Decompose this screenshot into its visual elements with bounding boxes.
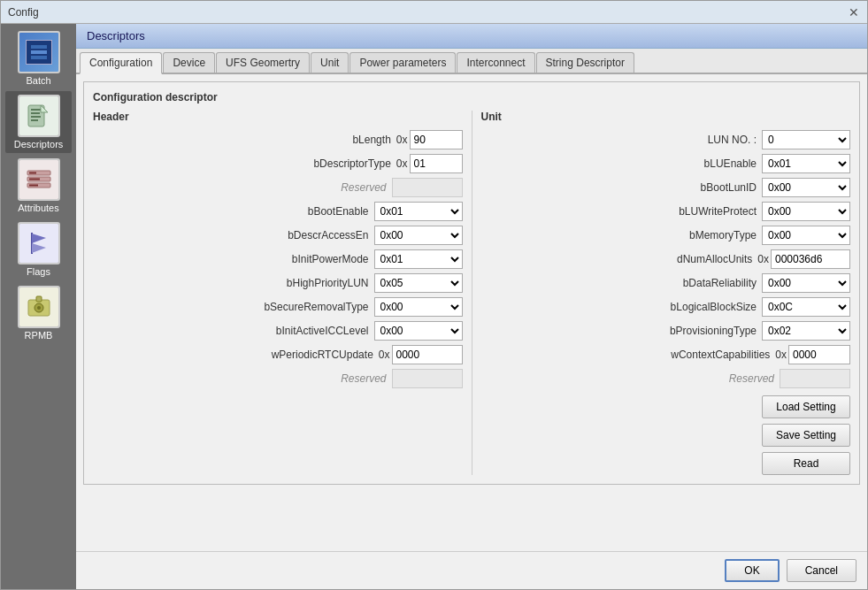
svg-rect-7: [31, 119, 38, 121]
sidebar-item-flags[interactable]: Flags: [5, 218, 72, 280]
tabs-bar: Configuration Device UFS Geomertry Unit …: [76, 49, 867, 74]
sidebar-attributes-label: Attributes: [18, 203, 58, 213]
tab-configuration[interactable]: Configuration: [80, 52, 162, 74]
blength-label: bLength: [93, 134, 396, 146]
bbootenable-label: bBootEnable: [93, 205, 374, 218]
binitactiveicc-select[interactable]: 0x00: [374, 321, 463, 341]
blogicalblocksize-label: bLogicalBlockSize: [481, 301, 763, 313]
sidebar-item-attributes[interactable]: Attributes: [5, 155, 72, 217]
blogicalblocksize-row: bLogicalBlockSize 0x0C: [481, 297, 851, 317]
dnumallocunits-label: dNumAllocUnits: [481, 253, 758, 265]
unit-reserved-label: Reserved: [481, 372, 780, 385]
window-title: Config: [8, 6, 39, 19]
bluenable-select[interactable]: 0x01: [762, 154, 850, 173]
load-setting-button[interactable]: Load Setting: [762, 395, 850, 418]
bprovisioningtype-row: bProvisioningType 0x02: [481, 321, 851, 341]
lun-row: LUN NO. : 0: [481, 130, 851, 149]
dnumallocunits-input[interactable]: [771, 249, 850, 269]
bluwriteprotect-select[interactable]: 0x00: [762, 202, 850, 221]
reserved-input-1: [392, 178, 463, 197]
svg-marker-16: [32, 234, 46, 243]
bhighprioritylun-select[interactable]: 0x05: [374, 273, 463, 293]
bdescriptortype-row: bDescriptorType 0x: [93, 154, 463, 173]
bdatareliability-row: bDataReliability 0x00: [481, 273, 851, 293]
unit-reserved-input: [780, 369, 850, 388]
sidebar-item-rpmb[interactable]: RPMB: [5, 282, 72, 344]
tab-unit[interactable]: Unit: [311, 52, 349, 73]
flags-icon: [18, 222, 60, 264]
save-setting-button[interactable]: Save Setting: [762, 424, 850, 447]
svg-rect-5: [31, 112, 40, 114]
svg-rect-6: [31, 116, 41, 118]
svg-rect-4: [31, 109, 42, 111]
config-descriptor-box: Configuration descriptor Header bLength …: [83, 81, 860, 485]
ok-button[interactable]: OK: [725, 559, 779, 582]
bbootlunid-select[interactable]: 0x00: [762, 178, 850, 197]
bmemorytype-row: bMemoryType 0x00: [481, 226, 851, 245]
bbootenable-row: bBootEnable 0x01: [93, 202, 463, 221]
bbootenable-select[interactable]: 0x01: [374, 202, 463, 221]
binitactiveicc-row: bInitActiveICCLevel 0x00: [93, 321, 463, 341]
tab-device[interactable]: Device: [163, 52, 215, 73]
sidebar-descriptors-label: Descriptors: [14, 139, 64, 149]
dnumallocunits-row: dNumAllocUnits 0x: [481, 249, 851, 269]
config-descriptor-title: Configuration descriptor: [93, 91, 850, 103]
binitpowermode-select[interactable]: 0x01: [374, 249, 463, 269]
tab-ufs-geometry[interactable]: UFS Geomertry: [216, 52, 310, 73]
header-section-title: Header: [93, 111, 463, 123]
sidebar: Batch Descript: [1, 24, 76, 589]
side-buttons: Load Setting Save Setting Read: [481, 395, 851, 475]
two-panel: Header bLength 0x bDescriptorType 0x: [93, 111, 850, 475]
bsecureremovaltype-label: bSecureRemovalType: [93, 301, 374, 313]
reserved-label-1: Reserved: [93, 181, 392, 194]
wcontextcapabilities-input[interactable]: [788, 345, 850, 364]
bdescriptortype-label: bDescriptorType: [93, 157, 396, 170]
sidebar-batch-label: Batch: [26, 75, 50, 86]
tab-power-parameters[interactable]: Power parameters: [350, 52, 456, 73]
reserved-row-1: Reserved: [93, 178, 463, 197]
bluenable-label: bLUEnable: [481, 157, 763, 170]
close-button[interactable]: ✕: [848, 6, 860, 19]
content-area: Configuration descriptor Header bLength …: [76, 74, 867, 551]
tab-interconnect[interactable]: Interconnect: [457, 52, 534, 73]
binitactiveicc-label: bInitActiveICCLevel: [93, 325, 374, 337]
sidebar-flags-label: Flags: [27, 266, 50, 277]
reserved-input-2: [392, 369, 463, 388]
blength-row: bLength 0x: [93, 130, 463, 149]
lun-select[interactable]: 0: [762, 130, 850, 149]
bsecureremovaltype-select[interactable]: 0x00: [374, 297, 463, 317]
wcontextcapabilities-label: wContextCapabilities: [481, 349, 776, 361]
reserved-label-2: Reserved: [93, 372, 392, 385]
panel-header: Descriptors: [76, 24, 867, 49]
bmemorytype-label: bMemoryType: [481, 229, 763, 241]
read-button[interactable]: Read: [762, 452, 850, 475]
header-section: Header bLength 0x bDescriptorType 0x: [93, 111, 472, 475]
blogicalblocksize-select[interactable]: 0x0C: [762, 297, 850, 317]
right-panel: Descriptors Configuration Device UFS Geo…: [76, 24, 867, 589]
bdatareliability-select[interactable]: 0x00: [762, 273, 850, 293]
bdescraccessen-row: bDescrAccessEn 0x00: [93, 226, 463, 245]
sidebar-item-descriptors[interactable]: Descriptors: [5, 91, 72, 153]
wperiodicrtcupdate-row: wPeriodicRTCUpdate 0x: [93, 345, 463, 364]
reserved-row-2: Reserved: [93, 369, 463, 388]
unit-reserved-row: Reserved: [481, 369, 851, 388]
panel-title: Descriptors: [87, 29, 145, 42]
svg-rect-13: [29, 179, 40, 180]
bdescraccessen-label: bDescrAccessEn: [93, 229, 374, 241]
wperiodicrtcupdate-label: wPeriodicRTCUpdate: [93, 349, 379, 361]
config-window: Config ✕ B: [0, 0, 868, 590]
svg-rect-21: [36, 296, 42, 302]
sidebar-item-batch[interactable]: Batch: [5, 27, 72, 89]
unit-section: Unit LUN NO. : 0 bLUEnable: [472, 111, 851, 475]
bprovisioningtype-select[interactable]: 0x02: [762, 321, 850, 341]
bdescraccessen-select[interactable]: 0x00: [374, 226, 463, 245]
bdescriptortype-input[interactable]: [410, 154, 463, 173]
bottom-bar: OK Cancel: [76, 551, 867, 589]
blength-input[interactable]: [410, 130, 463, 149]
bbootlunid-label: bBootLunID: [481, 181, 763, 194]
lun-label: LUN NO. :: [481, 134, 763, 146]
tab-string-descriptor[interactable]: String Descriptor: [536, 52, 634, 73]
cancel-button[interactable]: Cancel: [787, 559, 856, 582]
bmemorytype-select[interactable]: 0x00: [762, 226, 850, 245]
wperiodicrtcupdate-input[interactable]: [392, 345, 463, 364]
